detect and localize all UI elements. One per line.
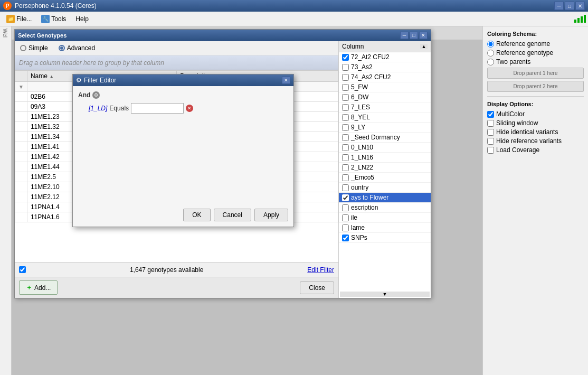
column-item[interactable]: 7_LES <box>339 102 431 112</box>
column-item[interactable]: 73_As2 <box>339 62 431 72</box>
column-item[interactable]: 5_FW <box>339 82 431 92</box>
column-item[interactable]: 9_LY <box>339 123 431 133</box>
column-item[interactable]: escription <box>339 203 431 213</box>
checkbox-hide-identical-input[interactable] <box>487 129 494 136</box>
checkbox-hide-identical-label: Hide identical variants <box>496 128 558 136</box>
row-expand-cell <box>15 202 27 212</box>
checkbox-hide-reference[interactable]: Hide reference variants <box>487 137 584 145</box>
column-checkbox[interactable] <box>342 144 349 151</box>
column-item[interactable]: SNPs <box>339 233 431 243</box>
add-icon: ＋ <box>26 283 32 292</box>
column-item[interactable]: lame <box>339 223 431 233</box>
column-item[interactable]: _Seed Dormancy <box>339 133 431 143</box>
filter-title-text: Filter Editor <box>84 77 116 84</box>
edit-filter-label[interactable]: Edit Filter <box>307 266 334 274</box>
menu-item-file[interactable]: 📁 File... <box>2 13 36 25</box>
add-button[interactable]: ＋ Add... <box>19 280 58 295</box>
checkbox-load-coverage-label: Load Coverage <box>496 146 539 154</box>
close-app-button[interactable]: ✕ <box>575 2 585 10</box>
and-icon[interactable]: ⚙ <box>92 91 100 99</box>
column-checkbox[interactable] <box>342 224 349 231</box>
select-all-checkbox[interactable] <box>19 266 26 273</box>
column-list[interactable]: 72_At2 CFU2 73_As2 74_As2 CFU2 5_FW 6_DW… <box>339 52 431 290</box>
checkbox-load-coverage[interactable]: Load Coverage <box>487 146 584 154</box>
radio-two-parents-input[interactable] <box>487 59 494 65</box>
radio-reference-genome[interactable]: Reference genome <box>487 40 584 48</box>
filter-close-btn[interactable]: ✕ <box>282 77 290 84</box>
column-checkbox[interactable] <box>342 124 349 131</box>
title-bar-controls: ─ □ ✕ <box>554 2 585 10</box>
ok-button[interactable]: OK <box>183 209 210 221</box>
radio-advanced[interactable]: Advanced <box>59 44 95 52</box>
cancel-button[interactable]: Cancel <box>214 209 251 221</box>
column-label: 0_LN10 <box>351 144 373 151</box>
maximize-button[interactable]: □ <box>565 2 574 10</box>
column-checkbox[interactable] <box>342 114 349 121</box>
select-genotypes-title: Select Genotypes <box>18 32 67 39</box>
column-checkbox[interactable] <box>342 64 349 71</box>
column-item[interactable]: ountry <box>339 183 431 193</box>
column-item[interactable]: 1_LN16 <box>339 153 431 163</box>
column-checkbox[interactable] <box>342 194 349 201</box>
column-item[interactable]: 6_DW <box>339 92 431 102</box>
checkbox-multicolor[interactable]: MultiColor <box>487 110 584 118</box>
column-checkbox[interactable] <box>342 164 349 171</box>
close-button[interactable]: Close <box>300 282 334 294</box>
column-checkbox[interactable] <box>342 74 349 81</box>
filter-expand-cell: ▼ <box>15 82 27 92</box>
menu-item-tools[interactable]: 🔧 Tools <box>37 13 70 25</box>
column-checkbox[interactable] <box>342 235 349 241</box>
column-item[interactable]: ile <box>339 213 431 223</box>
checkbox-sliding-window[interactable]: Sliding window <box>487 119 584 127</box>
signal-bar-4 <box>584 15 586 23</box>
column-checkbox[interactable] <box>342 94 349 101</box>
minimize-button[interactable]: ─ <box>554 2 564 10</box>
app-window: P Persephone 4.1.0.54 (Ceres) ─ □ ✕ 📁 Fi… <box>0 0 588 375</box>
radio-reference-genotype-input[interactable] <box>487 50 494 57</box>
bottom-bar: ＋ Add... Close <box>15 277 338 298</box>
column-checkbox[interactable] <box>342 134 349 141</box>
row-expand-cell <box>15 132 27 142</box>
column-item[interactable]: 2_LN22 <box>339 163 431 173</box>
radio-reference-genotype[interactable]: Reference genotype <box>487 49 584 57</box>
column-checkbox[interactable] <box>342 184 349 191</box>
column-item[interactable]: 72_At2 CFU2 <box>339 52 431 62</box>
column-checkbox[interactable] <box>342 204 349 211</box>
checkbox-multicolor-input[interactable] <box>487 111 494 118</box>
column-checkbox[interactable] <box>342 214 349 221</box>
drop-parent-2[interactable]: Drop parent 2 here <box>487 81 584 92</box>
column-scroll-down[interactable]: ▼ <box>340 292 430 297</box>
column-item[interactable]: 0_LN10 <box>339 143 431 153</box>
checkbox-hide-identical[interactable]: Hide identical variants <box>487 128 584 136</box>
select-all-input[interactable] <box>19 266 26 273</box>
drop-parent-1[interactable]: Drop parent 1 here <box>487 68 584 79</box>
column-checkbox[interactable] <box>342 54 349 61</box>
column-checkbox[interactable] <box>342 104 349 111</box>
dialog-minimize-btn[interactable]: ─ <box>400 32 409 39</box>
checkbox-load-coverage-input[interactable] <box>487 147 494 154</box>
column-item[interactable]: 74_As2 CFU2 <box>339 72 431 82</box>
condition-value-input[interactable] <box>131 103 184 114</box>
column-checkbox[interactable] <box>342 84 349 91</box>
column-checkbox[interactable] <box>342 154 349 161</box>
column-item[interactable]: _Emco5 <box>339 173 431 183</box>
dialog-maximize-btn[interactable]: □ <box>410 32 418 39</box>
row-expand-cell <box>15 212 27 222</box>
apply-button[interactable]: Apply <box>254 209 288 221</box>
radio-group-coloring: Reference genome Reference genotype Two … <box>487 40 584 65</box>
column-scroll-up[interactable]: ▲ <box>420 44 428 49</box>
radio-simple[interactable]: Simple <box>20 44 48 52</box>
dialog-close-btn[interactable]: ✕ <box>419 32 428 39</box>
condition-clear-btn[interactable]: ✕ <box>186 105 193 112</box>
filter-title-left: ⚙ Filter Editor <box>76 77 116 84</box>
app-area: Wel Ara Na Select Genotypes ─ □ ✕ <box>0 26 588 375</box>
column-item[interactable]: 8_YEL <box>339 112 431 123</box>
column-item[interactable]: ays to Flower <box>339 193 431 203</box>
radio-two-parents[interactable]: Two parents <box>487 58 584 65</box>
column-checkbox[interactable] <box>342 174 349 181</box>
checkbox-hide-reference-input[interactable] <box>487 138 494 145</box>
radio-reference-genome-input[interactable] <box>487 41 494 48</box>
radio-reference-genotype-label: Reference genotype <box>496 49 553 57</box>
checkbox-sliding-window-input[interactable] <box>487 120 494 127</box>
menu-item-help[interactable]: Help <box>71 14 93 24</box>
